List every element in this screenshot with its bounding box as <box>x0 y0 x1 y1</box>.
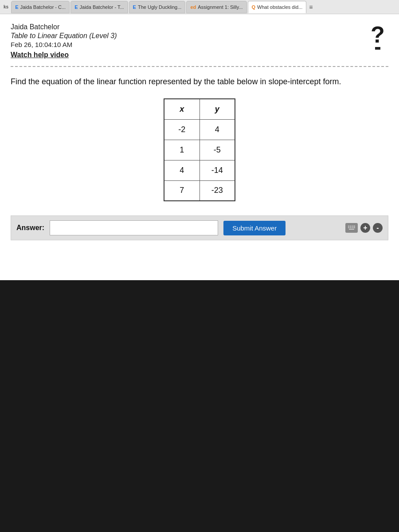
tab-icon-2: E <box>74 4 78 10</box>
submit-answer-button[interactable]: Submit Answer <box>223 221 286 235</box>
answer-row-icons: + - <box>345 223 383 233</box>
svg-rect-5 <box>348 227 349 228</box>
tab-icon-1: E <box>15 4 18 10</box>
assignment-title: Table to Linear Equation (Level 3) <box>11 32 388 40</box>
watch-video-link[interactable]: Watch help video <box>11 51 69 59</box>
table-row: 7-23 <box>164 180 235 201</box>
tab-label-4: Assignment 1: Silly... <box>198 4 243 10</box>
help-bar-icon <box>375 47 380 50</box>
table-cell-2-0: 4 <box>164 160 200 180</box>
table-cell-0-1: 4 <box>200 119 235 140</box>
tab-label-1: Jaida Batchelor - C... <box>20 4 66 10</box>
tab-ugly-duckling[interactable]: E The Ugly Duckling... <box>129 1 186 13</box>
table-wrapper: x y -241-54-147-23 <box>11 98 388 201</box>
table-cell-3-0: 7 <box>164 180 200 201</box>
svg-rect-6 <box>350 227 351 228</box>
table-row: 1-5 <box>164 140 235 160</box>
svg-rect-7 <box>352 227 353 228</box>
tab-icon-4: ed <box>190 4 196 10</box>
zoom-in-button[interactable]: + <box>360 223 370 233</box>
tab-bar: ks E Jaida Batchelor - C... E Jaida Batc… <box>0 0 399 14</box>
tab-xs-label: ks <box>2 4 10 9</box>
main-content: ? Jaida Batchelor Table to Linear Equati… <box>0 14 399 280</box>
dark-background <box>0 280 399 532</box>
tab-label-2: Jaida Batchelor - T... <box>80 4 124 10</box>
table-row: -24 <box>164 119 235 140</box>
student-name: Jaida Batchelor <box>11 23 388 31</box>
answer-input[interactable] <box>50 220 218 235</box>
answer-label: Answer: <box>16 224 44 232</box>
answer-row: Answer: Submit Answer <box>11 215 388 240</box>
section-divider <box>11 66 388 67</box>
table-cell-1-1: -5 <box>200 140 235 160</box>
tab-jaida-t[interactable]: E Jaida Batchelor - T... <box>70 1 128 13</box>
problem-text: Find the equation of the linear function… <box>11 76 388 88</box>
timestamp: Feb 26, 10:04:10 AM <box>11 41 388 48</box>
table-cell-1-0: 1 <box>164 140 200 160</box>
table-cell-3-1: -23 <box>200 180 235 201</box>
tab-assignment[interactable]: ed Assignment 1: Silly... <box>186 1 246 13</box>
keyboard-icon[interactable] <box>345 223 358 233</box>
table-row: 4-14 <box>164 160 235 180</box>
tab-obstacles[interactable]: Q What obstacles did... <box>248 1 307 13</box>
col-header-y: y <box>200 99 235 119</box>
zoom-in-icon: + <box>363 224 367 232</box>
tab-label-3: The Ugly Duckling... <box>138 4 181 10</box>
zoom-out-button[interactable]: - <box>373 223 383 233</box>
col-header-x: x <box>164 99 200 119</box>
tab-icon-3: E <box>133 4 136 10</box>
table-cell-0-0: -2 <box>164 119 200 140</box>
svg-rect-8 <box>353 227 355 228</box>
question-mark-icon: ? <box>371 23 385 46</box>
svg-rect-3 <box>352 226 353 227</box>
tab-icon-5: Q <box>252 4 256 10</box>
svg-rect-9 <box>349 229 354 230</box>
tab-jaida-c[interactable]: E Jaida Batchelor - C... <box>11 1 70 13</box>
more-tabs-icon[interactable]: ≡ <box>309 4 313 11</box>
help-button[interactable]: ? <box>367 23 388 50</box>
tab-label-5: What obstacles did... <box>257 4 302 10</box>
svg-rect-2 <box>350 226 351 227</box>
table-cell-2-1: -14 <box>200 160 235 180</box>
xy-table: x y -241-54-147-23 <box>164 98 235 201</box>
zoom-out-icon: - <box>376 224 379 232</box>
svg-rect-1 <box>348 226 349 227</box>
svg-rect-4 <box>353 226 355 227</box>
